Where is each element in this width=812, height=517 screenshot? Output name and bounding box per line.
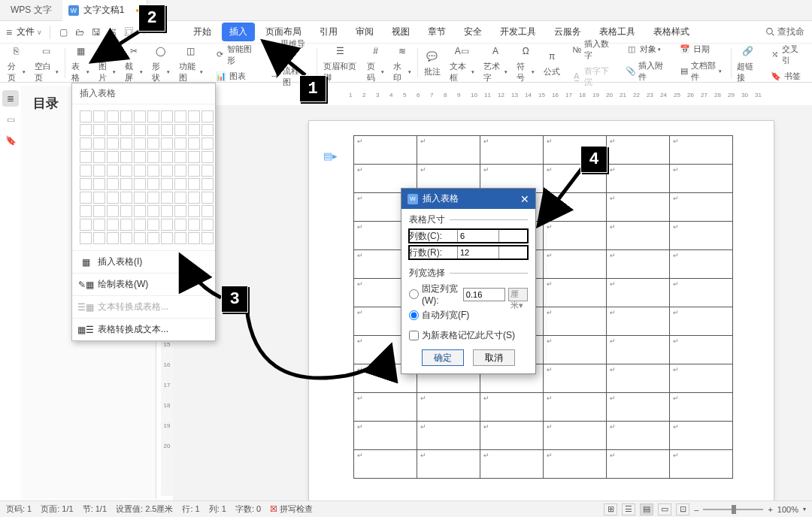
qat-open-icon[interactable]: 🗁 xyxy=(73,26,86,39)
remember-checkbox[interactable] xyxy=(409,331,419,340)
table-to-text-menuitem[interactable]: ▦☰表格转换成文本... xyxy=(72,318,215,340)
blankpage-button[interactable]: ▭空白页▾ xyxy=(30,43,64,83)
picker-cell[interactable] xyxy=(120,151,132,163)
page-thumbs-icon[interactable]: ▭ xyxy=(2,111,19,128)
picker-cell[interactable] xyxy=(174,124,186,136)
picker-cell[interactable] xyxy=(93,151,105,163)
insert-table-menuitem[interactable]: ▦插入表格(I) xyxy=(72,250,215,273)
table-cell[interactable]: ↵ xyxy=(670,393,733,422)
table-cell[interactable]: ↵ xyxy=(607,136,670,165)
cancel-button[interactable]: 取消 xyxy=(473,349,515,366)
picker-cell[interactable] xyxy=(174,151,186,163)
view-web-icon[interactable]: ⊞ xyxy=(604,503,617,515)
pagenum-button[interactable]: #页码▾ xyxy=(362,43,389,83)
table-cell[interactable]: ↵ xyxy=(354,393,417,422)
picker-cell[interactable] xyxy=(93,178,105,190)
object-button[interactable]: ◫对象▾ xyxy=(621,42,668,57)
tab-view[interactable]: 视图 xyxy=(384,23,417,41)
picker-cell[interactable] xyxy=(107,178,119,190)
outline-icon[interactable]: ≣ xyxy=(2,90,19,107)
table-cell[interactable]: ↵ xyxy=(670,165,733,193)
picker-cell[interactable] xyxy=(80,151,92,163)
status-pages[interactable]: 页面: 1/1 xyxy=(41,503,73,515)
picker-cell[interactable] xyxy=(161,138,173,150)
table-cell[interactable]: ↵ xyxy=(670,279,733,307)
auto-width-radio[interactable] xyxy=(409,310,419,320)
picker-cell[interactable] xyxy=(134,219,146,231)
picker-cell[interactable] xyxy=(93,124,105,136)
picture-button[interactable]: 🖼图片▾ xyxy=(94,43,121,83)
picker-cell[interactable] xyxy=(174,138,186,150)
picker-cell[interactable] xyxy=(201,138,214,150)
table-cell[interactable]: ↵ xyxy=(480,136,544,165)
picker-cell[interactable] xyxy=(147,178,159,190)
picker-cell[interactable] xyxy=(174,165,186,177)
mindmap-button[interactable]: ⊶思维导图 xyxy=(265,37,312,62)
table-cell[interactable]: ↵ xyxy=(607,193,670,222)
picker-cell[interactable] xyxy=(80,124,92,136)
table-cell[interactable]: ↵ xyxy=(354,422,417,450)
tab-start[interactable]: 开始 xyxy=(186,23,219,41)
picker-cell[interactable] xyxy=(80,165,92,177)
picker-cell[interactable] xyxy=(120,205,132,217)
table-cell[interactable]: ↵ xyxy=(670,307,733,336)
table-cell[interactable]: ↵ xyxy=(544,279,607,307)
picker-cell[interactable] xyxy=(107,124,119,136)
smartart-button[interactable]: ⟳智能图形 xyxy=(211,42,258,68)
picker-cell[interactable] xyxy=(107,219,119,231)
picker-cell[interactable] xyxy=(188,138,200,150)
attach-button[interactable]: 📎插入附件 xyxy=(621,59,668,84)
picker-cell[interactable] xyxy=(188,124,200,136)
picker-cell[interactable] xyxy=(201,192,214,204)
picker-cell[interactable] xyxy=(161,110,173,122)
picker-cell[interactable] xyxy=(201,151,214,163)
table-cell[interactable]: ↵ xyxy=(670,222,733,250)
picker-cell[interactable] xyxy=(201,178,214,190)
picker-cell[interactable] xyxy=(147,165,159,177)
table-cell[interactable]: ↵ xyxy=(544,222,607,250)
picker-cell[interactable] xyxy=(120,178,132,190)
fixed-width-input[interactable] xyxy=(463,288,505,301)
table-cell[interactable]: ↵ xyxy=(417,450,480,479)
status-spell[interactable]: ☒拼写检查 xyxy=(270,503,313,515)
picker-cell[interactable] xyxy=(201,205,214,217)
picker-cell[interactable] xyxy=(147,192,159,204)
file-menu[interactable]: 文件∨ xyxy=(17,26,42,38)
picker-cell[interactable] xyxy=(107,192,119,204)
status-section[interactable]: 节: 1/1 xyxy=(83,503,107,515)
table-cell[interactable]: ↵ xyxy=(544,336,607,364)
zoom-in-button[interactable]: + xyxy=(768,505,772,514)
picker-cell[interactable] xyxy=(201,165,214,177)
table-cell[interactable]: ↵ xyxy=(417,393,480,422)
dialog-close-button[interactable]: ✕ xyxy=(520,193,529,205)
picker-cell[interactable] xyxy=(147,138,159,150)
view-fullscreen-icon[interactable]: ⊡ xyxy=(676,503,689,515)
picker-cell[interactable] xyxy=(201,110,214,122)
picker-cell[interactable] xyxy=(174,178,186,190)
ok-button[interactable]: 确定 xyxy=(422,349,464,366)
picker-cell[interactable] xyxy=(93,205,105,217)
picker-cell[interactable] xyxy=(107,205,119,217)
picker-cell[interactable] xyxy=(80,110,92,122)
picker-cell[interactable] xyxy=(120,192,132,204)
dialog-titlebar[interactable]: W插入表格 ✕ xyxy=(401,189,535,209)
picker-cell[interactable] xyxy=(201,219,214,231)
picker-cell[interactable] xyxy=(161,219,173,231)
table-cell[interactable]: ↵ xyxy=(607,364,670,393)
view-outline-icon[interactable]: ☰ xyxy=(622,503,635,515)
picker-cell[interactable] xyxy=(147,205,159,217)
picker-cell[interactable] xyxy=(93,110,105,122)
picker-cell[interactable] xyxy=(201,124,214,136)
picker-cell[interactable] xyxy=(174,219,186,231)
picker-cell[interactable] xyxy=(188,165,200,177)
picker-cell[interactable] xyxy=(188,232,200,244)
rows-input[interactable] xyxy=(457,246,499,259)
comment-button[interactable]: 💬批注 xyxy=(420,48,445,77)
table-cell[interactable]: ↵ xyxy=(544,393,607,422)
picker-cell[interactable] xyxy=(188,219,200,231)
tab-references[interactable]: 引用 xyxy=(312,23,345,41)
bookmark-pane-icon[interactable]: 🔖 xyxy=(2,132,19,149)
qat-new-icon[interactable]: ▢ xyxy=(56,26,70,39)
table-cell[interactable]: ↵ xyxy=(544,250,607,279)
picker-cell[interactable] xyxy=(161,192,173,204)
